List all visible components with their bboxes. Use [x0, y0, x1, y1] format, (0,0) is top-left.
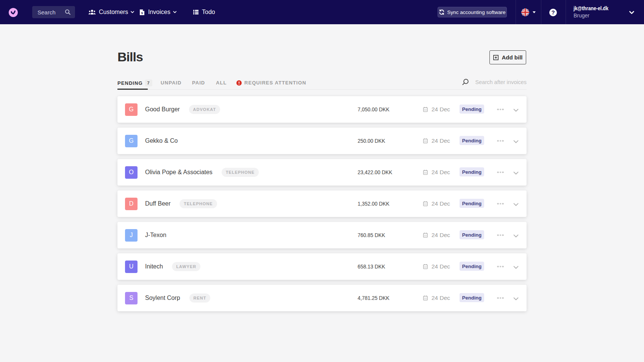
svg-text:$: $	[141, 11, 143, 14]
